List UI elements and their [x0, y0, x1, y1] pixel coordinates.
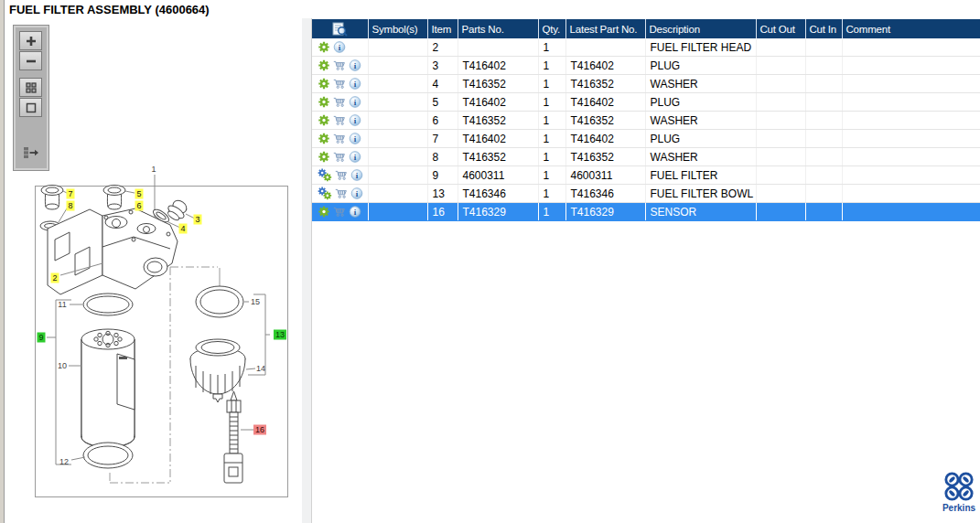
- cell-comment[interactable]: [842, 38, 980, 57]
- cart-icon[interactable]: [335, 169, 348, 181]
- cell-latest_part_no[interactable]: T416352: [565, 112, 645, 130]
- cell-latest_part_no[interactable]: T416402: [565, 93, 645, 112]
- gear-icon[interactable]: [318, 133, 330, 144]
- cell-comment[interactable]: [842, 57, 980, 75]
- cell-latest_part_no[interactable]: T416329: [565, 203, 645, 221]
- table-row-item-7[interactable]: i7T4164021T416402PLUG: [312, 130, 980, 148]
- table-row-item-3[interactable]: i3T4164021T416402PLUG: [312, 57, 980, 75]
- cell-cut_out[interactable]: [756, 75, 805, 93]
- callout-16[interactable]: 16: [253, 425, 266, 435]
- cell-cut_out[interactable]: [756, 112, 805, 130]
- gear-icon[interactable]: [318, 96, 330, 108]
- cell-symbols[interactable]: [368, 166, 427, 185]
- info-icon[interactable]: i: [349, 133, 361, 144]
- cell-cut_in[interactable]: [805, 185, 842, 203]
- gear-icon[interactable]: [318, 41, 330, 53]
- cell-parts_no[interactable]: [458, 38, 538, 57]
- single-window-button[interactable]: [19, 98, 42, 117]
- cell-cut_in[interactable]: [805, 166, 842, 185]
- cell-cut_in[interactable]: [805, 75, 842, 93]
- cell-cut_out[interactable]: [756, 38, 805, 57]
- cell-cut_in[interactable]: [805, 130, 842, 148]
- cell-cut_in[interactable]: [805, 148, 842, 166]
- info-icon[interactable]: i: [350, 169, 363, 181]
- callout-8[interactable]: 8: [66, 201, 74, 211]
- info-icon[interactable]: i: [333, 41, 346, 53]
- cell-description[interactable]: FUEL FILTER BOWL: [645, 185, 756, 203]
- table-row-item-5[interactable]: i5T4164021T416402PLUG: [312, 93, 980, 112]
- cell-description[interactable]: PLUG: [645, 57, 756, 75]
- cell-cut_out[interactable]: [756, 130, 805, 148]
- cart-icon[interactable]: [333, 96, 346, 108]
- cell-qty[interactable]: 1: [538, 38, 565, 57]
- cell-symbols[interactable]: [368, 148, 427, 166]
- multi-window-button[interactable]: [19, 78, 42, 97]
- cell-latest_part_no[interactable]: T416346: [565, 185, 645, 203]
- cell-description[interactable]: PLUG: [645, 130, 756, 148]
- cell-cut_in[interactable]: [805, 38, 842, 57]
- zoom-out-button[interactable]: [19, 51, 42, 70]
- cell-description[interactable]: FUEL FILTER: [645, 166, 756, 185]
- cell-qty[interactable]: 1: [538, 203, 565, 221]
- cell-item[interactable]: 3: [427, 57, 458, 75]
- info-icon[interactable]: i: [349, 59, 361, 71]
- cell-cut_out[interactable]: [756, 148, 805, 166]
- cell-qty[interactable]: 1: [538, 93, 565, 112]
- cell-description[interactable]: WASHER: [645, 75, 756, 93]
- callout-4[interactable]: 4: [178, 224, 187, 234]
- cart-icon[interactable]: [333, 133, 346, 144]
- cell-parts_no[interactable]: T416402: [458, 130, 538, 148]
- gear-icon[interactable]: [318, 206, 330, 218]
- callout-3[interactable]: 3: [193, 215, 201, 225]
- cell-parts_no[interactable]: T416346: [458, 185, 538, 203]
- gear-icon[interactable]: [318, 59, 330, 71]
- cell-parts_no[interactable]: T416329: [458, 203, 538, 221]
- gear-icon[interactable]: [318, 114, 330, 126]
- cell-qty[interactable]: 1: [538, 57, 565, 75]
- cell-item[interactable]: 7: [427, 130, 458, 148]
- cell-parts_no[interactable]: T416352: [458, 148, 538, 166]
- cell-latest_part_no[interactable]: [565, 38, 645, 57]
- cell-latest_part_no[interactable]: 4600311: [565, 166, 645, 185]
- info-icon[interactable]: i: [350, 187, 363, 199]
- info-icon[interactable]: i: [349, 96, 361, 108]
- cart-icon[interactable]: [333, 151, 346, 163]
- cell-parts_no[interactable]: T416402: [458, 93, 538, 112]
- cell-qty[interactable]: 1: [538, 130, 565, 148]
- cell-symbols[interactable]: [368, 75, 427, 93]
- cell-latest_part_no[interactable]: T416352: [565, 148, 645, 166]
- cell-cut_out[interactable]: [756, 185, 805, 203]
- cell-qty[interactable]: 1: [538, 112, 565, 130]
- info-icon[interactable]: i: [349, 78, 361, 90]
- cell-parts_no[interactable]: T416352: [458, 75, 538, 93]
- cell-parts_no[interactable]: 4600311: [458, 166, 538, 185]
- callout-2[interactable]: 2: [50, 273, 59, 283]
- table-row-item-6[interactable]: i6T4163521T416352WASHER: [312, 112, 980, 130]
- cell-description[interactable]: WASHER: [645, 112, 756, 130]
- table-row-item-16[interactable]: i16T4163291T416329SENSOR: [312, 203, 980, 221]
- callout-5[interactable]: 5: [135, 189, 143, 199]
- cell-description[interactable]: FUEL FILTER HEAD: [645, 38, 756, 57]
- cell-description[interactable]: WASHER: [645, 148, 756, 166]
- table-row-item-13[interactable]: i13T4163461T416346FUEL FILTER BOWL: [312, 185, 980, 203]
- cell-qty[interactable]: 1: [538, 166, 565, 185]
- cell-qty[interactable]: 1: [538, 148, 565, 166]
- cell-cut_out[interactable]: [756, 203, 805, 221]
- info-icon[interactable]: i: [349, 206, 361, 218]
- cell-item[interactable]: 6: [427, 112, 458, 130]
- zoom-in-button[interactable]: [19, 31, 42, 50]
- cell-comment[interactable]: [842, 148, 980, 166]
- cell-item[interactable]: 5: [427, 93, 458, 112]
- cell-qty[interactable]: 1: [538, 75, 565, 93]
- cell-item[interactable]: 4: [427, 75, 458, 93]
- cell-item[interactable]: 9: [427, 166, 458, 185]
- cell-symbols[interactable]: [368, 57, 427, 75]
- cell-cut_out[interactable]: [756, 166, 805, 185]
- gear-double-icon[interactable]: [318, 187, 332, 200]
- cell-cut_in[interactable]: [805, 112, 842, 130]
- table-row-item-4[interactable]: i4T4163521T416352WASHER: [312, 75, 980, 93]
- cell-comment[interactable]: [842, 112, 980, 130]
- callout-6[interactable]: 6: [135, 201, 143, 211]
- callout-9[interactable]: 9: [37, 333, 45, 343]
- cell-cut_out[interactable]: [756, 93, 805, 112]
